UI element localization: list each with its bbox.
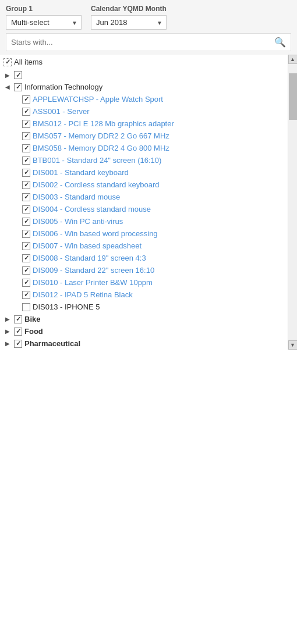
list-item[interactable]: DIS003 - Standard mouse	[0, 191, 288, 203]
list-item[interactable]: DIS012 - IPAD 5 Retina Black	[0, 289, 288, 301]
list-wrapper: All items ▶ ◀ Information Technology APP…	[0, 55, 297, 350]
search-bar[interactable]: 🔍	[6, 33, 291, 51]
item-label: BMS012 - PCI E 128 Mb graphics adapter	[33, 119, 174, 128]
list-item[interactable]: DIS010 - Laser Printer B&W 10ppm	[0, 276, 288, 289]
list-item[interactable]: BMS012 - PCI E 128 Mb graphics adapter	[0, 118, 288, 130]
item-checkbox[interactable]	[14, 71, 22, 79]
list-item[interactable]: ▶ Pharmaceutical	[0, 337, 288, 350]
expand-right-icon[interactable]: ▶	[3, 315, 12, 323]
item-checkbox[interactable]	[22, 181, 30, 189]
item-checkbox[interactable]	[14, 340, 22, 348]
item-label: Information Technology	[24, 83, 102, 91]
item-checkbox[interactable]	[22, 193, 30, 201]
expand-right-icon[interactable]: ▶	[3, 328, 12, 336]
item-checkbox[interactable]	[22, 230, 30, 238]
item-label: APPLEWATCHSP - Apple Watch Sport	[33, 95, 163, 104]
list-item[interactable]: DIS004 - Cordless standard mouse	[0, 203, 288, 215]
item-label: DIS001 - Standard keyboard	[33, 168, 129, 177]
item-checkbox[interactable]	[22, 144, 30, 152]
item-checkbox[interactable]	[22, 266, 30, 275]
item-checkbox[interactable]	[14, 328, 22, 336]
group1-filter: Group 1 Multi-select	[6, 5, 82, 30]
list-item[interactable]: DIS007 - Win based speadsheet	[0, 240, 288, 252]
group1-label: Group 1	[6, 5, 82, 13]
item-checkbox[interactable]	[14, 83, 22, 91]
list-item[interactable]: BTB001 - Standard 24" screen (16:10)	[0, 154, 288, 166]
expand-right-icon[interactable]: ▶	[3, 71, 12, 79]
all-items-row[interactable]: All items	[0, 55, 288, 69]
item-label: DIS012 - IPAD 5 Retina Black	[33, 290, 133, 299]
scrollbar-track: ▲ ▼	[288, 55, 297, 350]
list-item[interactable]: DIS001 - Standard keyboard	[0, 166, 288, 179]
item-label: DIS005 - Win PC anti-virus	[33, 217, 123, 226]
list-item[interactable]: DIS013 - IPHONE 5	[0, 301, 288, 313]
list-item[interactable]: BMS058 - Memory DDR2 4 Go 800 MHz	[0, 142, 288, 154]
top-section: Group 1 Multi-select Calendar YQMD Month…	[0, 0, 297, 55]
group1-select-wrapper[interactable]: Multi-select	[6, 15, 82, 30]
item-label: Bike	[24, 315, 40, 323]
item-checkbox[interactable]	[22, 156, 30, 165]
item-label: Food	[24, 327, 43, 336]
list-item[interactable]: ASS001 - Server	[0, 105, 288, 118]
item-checkbox[interactable]	[22, 254, 30, 262]
item-label: BMS058 - Memory DDR2 4 Go 800 MHz	[33, 144, 169, 152]
item-label: ASS001 - Server	[33, 107, 90, 116]
list-item[interactable]: ▶ Bike	[0, 313, 288, 325]
item-checkbox[interactable]	[22, 169, 30, 177]
calendar-select-wrapper[interactable]: Jun 2018	[91, 15, 167, 30]
search-input[interactable]	[11, 38, 274, 47]
scroll-up-arrow[interactable]: ▲	[288, 55, 298, 64]
list-item[interactable]: DIS006 - Win based word processing	[0, 227, 288, 240]
list-item[interactable]: DIS005 - Win PC anti-virus	[0, 215, 288, 227]
list-item[interactable]: ▶	[0, 69, 288, 81]
list-item[interactable]: BMS057 - Memory DDR2 2 Go 667 MHz	[0, 130, 288, 142]
list-item[interactable]: DIS002 - Cordless standard keyboard	[0, 179, 288, 191]
item-label: DIS006 - Win based word processing	[33, 229, 158, 238]
scrollbar-thumb[interactable]	[289, 73, 297, 120]
list-item[interactable]: APPLEWATCHSP - Apple Watch Sport	[0, 93, 288, 105]
expand-right-icon[interactable]: ▶	[3, 340, 12, 348]
calendar-label: Calendar YQMD Month	[91, 5, 167, 13]
item-label: DIS004 - Cordless standard mouse	[33, 205, 151, 214]
item-checkbox[interactable]	[22, 291, 30, 299]
item-checkbox[interactable]	[22, 108, 30, 116]
search-icon: 🔍	[274, 37, 286, 48]
all-items-checkbox[interactable]	[3, 58, 12, 66]
item-label: DIS009 - Standard 22" screen 16:10	[33, 266, 154, 275]
item-checkbox[interactable]	[22, 279, 30, 287]
item-label: BMS057 - Memory DDR2 2 Go 667 MHz	[33, 131, 169, 140]
item-checkbox[interactable]	[14, 315, 22, 323]
list-item[interactable]: ◀ Information Technology	[0, 81, 288, 93]
list-item[interactable]: DIS009 - Standard 22" screen 16:10	[0, 264, 288, 276]
expand-down-icon[interactable]: ◀	[3, 83, 12, 91]
item-label: DIS007 - Win based speadsheet	[33, 241, 142, 250]
item-label: Pharmaceutical	[24, 339, 80, 348]
item-checkbox[interactable]	[22, 303, 30, 311]
item-checkbox[interactable]	[22, 95, 30, 104]
item-checkbox[interactable]	[22, 120, 30, 128]
item-label: BTB001 - Standard 24" screen (16:10)	[33, 156, 161, 165]
item-checkbox[interactable]	[22, 205, 30, 214]
calendar-filter: Calendar YQMD Month Jun 2018	[91, 5, 167, 30]
item-label: DIS003 - Standard mouse	[33, 193, 120, 201]
calendar-select[interactable]: Jun 2018	[91, 15, 167, 30]
group1-select[interactable]: Multi-select	[6, 15, 82, 30]
item-label: DIS008 - Standard 19" screen 4:3	[33, 254, 146, 262]
filter-row: Group 1 Multi-select Calendar YQMD Month…	[6, 5, 291, 30]
item-label: DIS010 - Laser Printer B&W 10ppm	[33, 278, 153, 287]
list-content: All items ▶ ◀ Information Technology APP…	[0, 55, 288, 350]
item-checkbox[interactable]	[22, 242, 30, 250]
item-checkbox[interactable]	[22, 132, 30, 140]
list-item[interactable]: ▶ Food	[0, 325, 288, 337]
item-checkbox[interactable]	[22, 218, 30, 226]
all-items-label: All items	[14, 58, 43, 66]
item-label: DIS013 - IPHONE 5	[33, 303, 100, 311]
list-item[interactable]: DIS008 - Standard 19" screen 4:3	[0, 252, 288, 264]
scroll-down-arrow[interactable]: ▼	[288, 340, 298, 350]
item-label: DIS002 - Cordless standard keyboard	[33, 180, 160, 189]
